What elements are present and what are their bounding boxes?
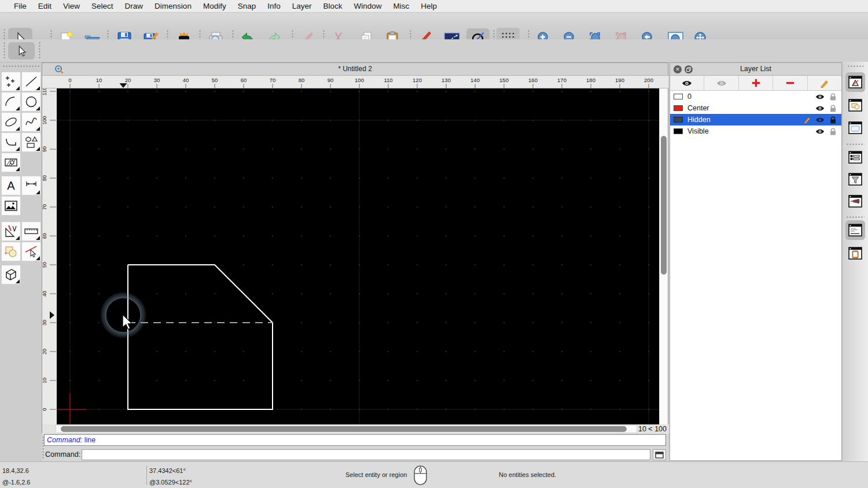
menu-window[interactable]: Window xyxy=(348,2,388,10)
window-icon xyxy=(655,452,664,459)
menu-modify[interactable]: Modify xyxy=(197,2,232,10)
command-window-toggle-button[interactable] xyxy=(653,449,666,460)
hatch-icon xyxy=(3,155,19,170)
layer-row-hidden[interactable]: Hidden xyxy=(670,114,841,125)
pencil-icon xyxy=(803,116,811,124)
info-tools-button[interactable] xyxy=(21,242,41,261)
hide-all-layers-button[interactable] xyxy=(704,76,738,90)
hatch-tool-button[interactable] xyxy=(1,153,21,172)
vertical-scrollbar-thumb[interactable] xyxy=(661,136,667,275)
svg-text:140: 140 xyxy=(470,77,480,83)
layer-visibility-toggle[interactable] xyxy=(814,128,826,135)
command-prompt-label: Command: xyxy=(45,450,80,459)
ellipse-icon xyxy=(3,114,19,130)
pen-palette-dock-icon xyxy=(848,194,863,208)
measure-tool-button[interactable] xyxy=(21,221,41,241)
lock-icon xyxy=(830,93,836,101)
selection-mode-button[interactable] xyxy=(8,42,35,60)
drawing-window: * Untitled 2 010203040506070809010011012… xyxy=(42,62,668,433)
menu-file[interactable]: File xyxy=(8,2,32,10)
menu-snap[interactable]: Snap xyxy=(232,2,262,10)
lock-icon xyxy=(830,105,836,112)
clipboard-dock-button[interactable] xyxy=(845,243,865,263)
svg-text:80: 80 xyxy=(42,175,47,181)
menu-edit[interactable]: Edit xyxy=(32,2,57,10)
minus-icon xyxy=(786,79,795,87)
svg-text:20: 20 xyxy=(125,77,131,83)
solids-tool-button[interactable] xyxy=(1,265,21,284)
document-titlebar[interactable]: * Untitled 2 xyxy=(42,63,668,76)
layer-row-center[interactable]: Center xyxy=(670,102,841,114)
image-tool-button[interactable] xyxy=(1,196,21,216)
layer-visibility-toggle[interactable] xyxy=(814,94,826,100)
ellipses-tool-button[interactable] xyxy=(1,112,21,132)
vertical-scrollbar[interactable] xyxy=(659,88,668,424)
polylines-tool-button[interactable] xyxy=(1,132,21,152)
layer-color-swatch xyxy=(674,128,683,134)
entity-list-dock-button[interactable] xyxy=(845,147,865,167)
layer-color-swatch xyxy=(674,94,683,99)
dock-toolbar-handle[interactable] xyxy=(847,65,863,68)
menu-info[interactable]: Info xyxy=(262,2,286,10)
drawing-canvas[interactable] xyxy=(57,88,659,424)
layer-row-visible[interactable]: Visible xyxy=(670,125,841,137)
ruler-corner xyxy=(42,76,57,88)
layer-lock-toggle[interactable] xyxy=(826,116,839,124)
command-input[interactable] xyxy=(82,449,650,460)
dock-widgets-toolbar xyxy=(842,62,868,461)
splines-tool-button[interactable] xyxy=(21,112,41,132)
lock-icon xyxy=(830,128,836,135)
circles-tool-button[interactable] xyxy=(21,92,41,112)
points-tool-button[interactable] xyxy=(1,72,21,91)
svg-text:30: 30 xyxy=(42,320,47,326)
layer-visibility-toggle[interactable] xyxy=(814,105,826,112)
document-icon xyxy=(54,65,64,74)
horizontal-scrollbar-thumb[interactable] xyxy=(61,426,627,432)
modify-tools-button[interactable] xyxy=(1,221,21,241)
shapes-tool-button[interactable] xyxy=(21,132,41,152)
selection-info: No entities selected. xyxy=(499,471,556,478)
close-panel-button[interactable]: ✕ xyxy=(674,65,682,73)
menu-select[interactable]: Select xyxy=(86,2,119,10)
lines-tool-button[interactable] xyxy=(21,72,41,91)
layer-panel-titlebar[interactable]: ✕ Layer List xyxy=(670,63,841,76)
menu-block[interactable]: Block xyxy=(318,2,348,10)
palette-handle[interactable] xyxy=(2,65,39,68)
layer-list-panel: ✕ Layer List 0 Center Hidden xyxy=(670,62,842,461)
layer-lock-toggle[interactable] xyxy=(826,128,839,135)
layer-lock-toggle[interactable] xyxy=(826,105,839,112)
float-panel-button[interactable] xyxy=(685,65,693,73)
layer-edit-indicator[interactable] xyxy=(801,116,814,124)
svg-text:0: 0 xyxy=(68,77,71,83)
menu-help[interactable]: Help xyxy=(415,2,443,10)
layer-list-dock-button[interactable] xyxy=(845,72,865,92)
pen-palette-dock-button[interactable] xyxy=(845,191,865,211)
dimensions-tool-button[interactable] xyxy=(21,176,41,195)
edit-layer-button[interactable] xyxy=(808,76,841,90)
layer-row-0[interactable]: 0 xyxy=(670,91,841,102)
add-layer-button[interactable] xyxy=(739,76,773,90)
selection-tools-button[interactable] xyxy=(1,242,21,261)
layer-visibility-toggle[interactable] xyxy=(814,117,826,123)
menu-view[interactable]: View xyxy=(57,2,86,10)
library-browser-dock-button[interactable] xyxy=(845,118,865,138)
text-tool-button[interactable]: A xyxy=(1,176,21,195)
horizontal-scrollbar[interactable] xyxy=(56,425,637,433)
menu-misc[interactable]: Misc xyxy=(388,2,415,10)
svg-text:180: 180 xyxy=(586,77,595,83)
eye-icon xyxy=(815,117,825,123)
show-all-layers-button[interactable] xyxy=(670,76,704,90)
menu-dimension[interactable]: Dimension xyxy=(149,2,197,10)
command-line-dock-button[interactable] xyxy=(845,220,865,240)
layer-lock-toggle[interactable] xyxy=(826,93,839,101)
line-icon xyxy=(24,74,39,89)
float-icon xyxy=(686,67,691,72)
menu-draw[interactable]: Draw xyxy=(119,2,149,10)
layer-color-swatch xyxy=(674,117,683,123)
arcs-tool-button[interactable] xyxy=(1,92,21,112)
toolbar-handle[interactable] xyxy=(3,42,6,59)
selection-filter-dock-button[interactable] xyxy=(845,169,865,189)
block-list-dock-button[interactable] xyxy=(845,95,865,115)
menu-layer[interactable]: Layer xyxy=(286,2,318,10)
remove-layer-button[interactable] xyxy=(773,76,807,90)
